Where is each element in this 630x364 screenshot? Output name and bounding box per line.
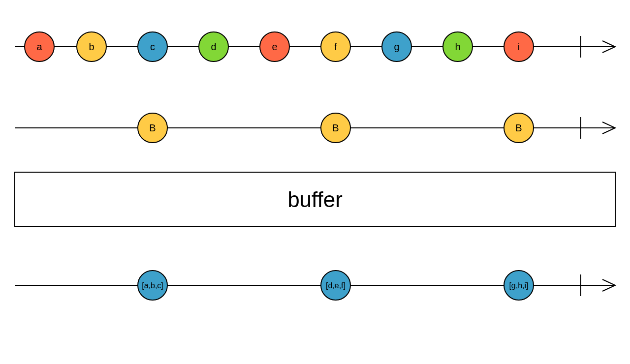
marble-label: [g,h,i] xyxy=(509,281,528,290)
marble-output-0: [a,b,c] xyxy=(138,271,167,300)
operator-label: buffer xyxy=(287,187,343,212)
marble-label: f xyxy=(334,41,337,52)
marble-source-7: h xyxy=(443,32,472,61)
marble-source-5: f xyxy=(321,32,350,61)
marble-label: e xyxy=(272,41,277,52)
marble-label: [d,e,f] xyxy=(326,281,346,290)
marble-label: B xyxy=(515,122,522,133)
marble-label: B xyxy=(332,122,339,133)
marble-output-2: [g,h,i] xyxy=(504,271,534,300)
marble-source-3: d xyxy=(199,32,228,61)
marble-closingNotifier-2: B xyxy=(504,113,534,143)
timeline-source: abcdefghi xyxy=(15,32,615,61)
marble-label: [a,b,c] xyxy=(142,281,163,290)
marble-diagram: abcdefghiBBB[a,b,c][d,e,f][g,h,i]buffer xyxy=(0,0,630,364)
timeline-closingNotifier: BBB xyxy=(15,113,615,143)
marble-source-2: c xyxy=(138,32,167,61)
marble-source-1: b xyxy=(77,32,106,61)
marble-source-8: i xyxy=(504,32,534,61)
marble-label: g xyxy=(394,41,399,52)
marble-closingNotifier-1: B xyxy=(321,113,350,143)
marble-label: a xyxy=(36,41,42,52)
marble-label: b xyxy=(89,41,94,52)
marble-label: i xyxy=(518,41,520,52)
marble-closingNotifier-0: B xyxy=(138,113,167,143)
marble-source-4: e xyxy=(260,32,289,61)
marble-label: h xyxy=(455,41,460,52)
timeline-output: [a,b,c][d,e,f][g,h,i] xyxy=(15,271,615,300)
operator-box: buffer xyxy=(15,172,615,226)
marble-label: d xyxy=(211,41,216,52)
marble-output-1: [d,e,f] xyxy=(321,271,350,300)
marble-source-6: g xyxy=(382,32,411,61)
marble-label: c xyxy=(150,41,155,52)
marble-source-0: a xyxy=(25,32,54,61)
marble-label: B xyxy=(149,122,156,133)
